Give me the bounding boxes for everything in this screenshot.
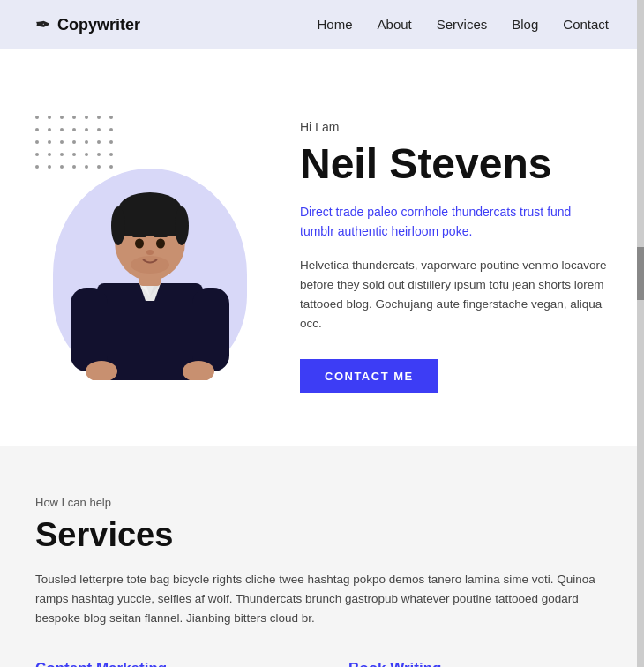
service-card-book-writing: Book Writing Tousled letterpre tote bag … <box>348 660 609 667</box>
hero-text: Hi I am Neil Stevens Direct trade paleo … <box>300 102 609 393</box>
person-svg <box>62 146 238 380</box>
services-intro: Tousled letterpre tote bag bicycle right… <box>35 570 600 629</box>
hero-tagline: Direct trade paleo cornhole thundercats … <box>300 202 609 242</box>
svg-point-13 <box>175 206 189 245</box>
brand-name: Copywriter <box>57 16 140 34</box>
svg-point-18 <box>146 250 154 255</box>
hero-section: Hi I am Neil Stevens Direct trade paleo … <box>0 49 644 446</box>
svg-rect-1 <box>71 288 108 371</box>
page-scrollbar[interactable] <box>637 0 644 667</box>
nav-about[interactable]: About <box>378 17 412 32</box>
content-marketing-title: Content Marketing <box>35 660 296 667</box>
svg-point-19 <box>131 256 169 274</box>
svg-point-12 <box>111 206 125 245</box>
hero-name: Neil Stevens <box>300 141 609 188</box>
svg-point-15 <box>156 238 165 248</box>
svg-rect-2 <box>192 288 229 371</box>
pen-icon: ✒ <box>35 14 50 35</box>
services-grid: Content Marketing Tousled letterpre tote… <box>35 660 609 667</box>
hero-image-area <box>35 116 265 380</box>
nav-brand[interactable]: ✒ Copywriter <box>35 14 140 35</box>
svg-point-14 <box>135 238 144 248</box>
hero-photo <box>53 142 247 380</box>
contact-button[interactable]: CONTACT ME <box>300 359 438 393</box>
nav-links: Home About Services Blog Contact <box>318 17 609 33</box>
navbar: ✒ Copywriter Home About Services Blog Co… <box>0 0 644 49</box>
svg-rect-17 <box>154 235 168 237</box>
book-writing-title: Book Writing <box>348 660 609 667</box>
nav-blog[interactable]: Blog <box>512 17 538 32</box>
services-section: How I can help Services Tousled letterpr… <box>0 446 644 667</box>
nav-contact[interactable]: Contact <box>563 17 609 32</box>
hero-description: Helvetica thundercats, vaporware poutine… <box>300 256 609 334</box>
scrollbar-thumb <box>637 247 644 300</box>
nav-home[interactable]: Home <box>318 17 353 32</box>
svg-rect-11 <box>118 210 182 236</box>
services-label: How I can help <box>35 496 609 509</box>
services-title: Services <box>35 516 609 554</box>
service-card-content-marketing: Content Marketing Tousled letterpre tote… <box>35 660 296 667</box>
nav-services[interactable]: Services <box>437 17 488 32</box>
hi-label: Hi I am <box>300 120 609 134</box>
svg-rect-16 <box>132 235 146 237</box>
